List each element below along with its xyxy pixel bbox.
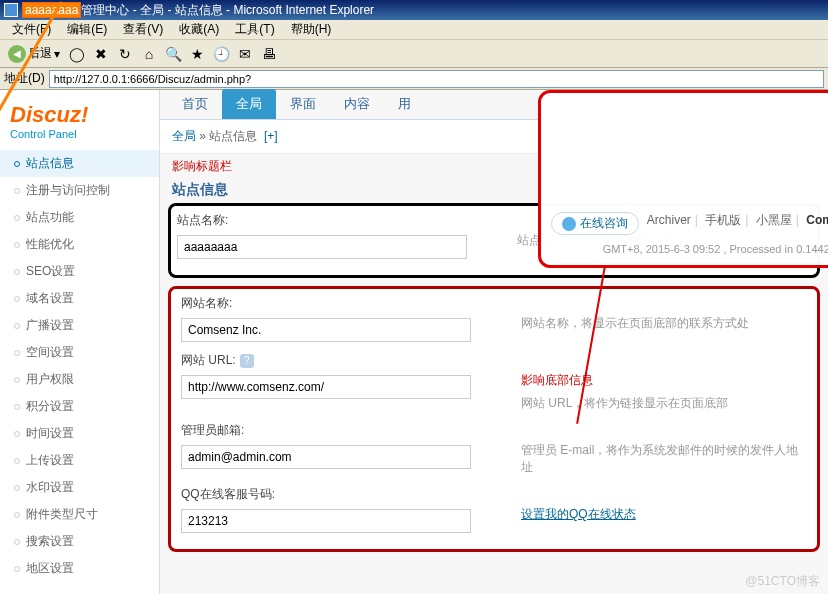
chat-button[interactable]: 在线咨询 [551,212,639,235]
bullet-icon [14,323,20,329]
sidebar: Discuz! Control Panel 站点信息注册与访问控制站点功能性能优… [0,90,160,594]
tab-content[interactable]: 内容 [330,89,384,119]
website-name-input[interactable] [181,318,471,342]
qq-status-link[interactable]: 设置我的QQ在线状态 [521,507,636,521]
website-name-label: 网站名称: [181,295,501,312]
tab-home[interactable]: 首页 [168,89,222,119]
chat-icon [562,217,576,231]
admin-email-desc: 管理员 E-mail，将作为系统发邮件的时候的发件人地址 [501,422,807,476]
bullet-icon [14,296,20,302]
sidebar-item-13[interactable]: 附件类型尺寸 [0,501,159,528]
mail-icon[interactable]: ✉ [234,43,256,65]
sidebar-item-8[interactable]: 用户权限 [0,366,159,393]
bullet-icon [14,188,20,194]
website-url-input[interactable] [181,375,471,399]
website-name-desc: 网站名称，将显示在页面底部的联系方式处 [501,295,807,342]
breadcrumb-plus[interactable]: [+] [264,129,278,143]
logo: Discuz! Control Panel [0,98,159,150]
address-input[interactable] [49,70,824,88]
tab-user[interactable]: 用 [384,89,425,119]
menu-file[interactable]: 文件(F) [4,21,59,38]
bullet-icon [14,458,20,464]
main-content: 首页 全局 界面 内容 用 全局 » 站点信息 [+] 影响标题栏 站点信息 站… [160,90,828,594]
breadcrumb-current: 站点信息 [209,129,257,143]
addressbar: 地址(D) [0,68,828,90]
bullet-icon [14,566,20,572]
bullet-icon [14,539,20,545]
watermark: @51CTO博客 [745,573,820,590]
breadcrumb-root[interactable]: 全局 [172,129,196,143]
sidebar-item-1[interactable]: 注册与访问控制 [0,177,159,204]
address-label: 地址(D) [4,70,45,87]
bullet-icon [14,161,20,167]
sidebar-item-3[interactable]: 性能优化 [0,231,159,258]
sidebar-item-0[interactable]: 站点信息 [0,150,159,177]
help-icon[interactable]: ? [240,354,254,368]
sidebar-item-10[interactable]: 时间设置 [0,420,159,447]
menu-view[interactable]: 查看(V) [115,21,171,38]
search-icon[interactable]: 🔍 [162,43,184,65]
sidebar-item-4[interactable]: SEO设置 [0,258,159,285]
footer-info-box: 网站名称: 网站名称，将显示在页面底部的联系方式处 网站 URL: ? 影响底部… [168,286,820,552]
history-icon[interactable]: 🕘 [210,43,232,65]
qq-input[interactable] [181,509,471,533]
menu-edit[interactable]: 编辑(E) [59,21,115,38]
sidebar-item-6[interactable]: 广播设置 [0,312,159,339]
site-name-label: 站点名称: [177,212,497,229]
footer-preview-overlay: 本版积分规则 ⊠ 在线咨询 Archiver| 手机版| 小黑屋| Comsen… [538,90,828,268]
sidebar-item-9[interactable]: 积分设置 [0,393,159,420]
dropdown-icon: ▾ [54,47,60,61]
toolbar: ◀ 后退 ▾ ◯ ✖ ↻ ⌂ 🔍 ★ 🕘 ✉ 🖶 [0,40,828,68]
sidebar-item-7[interactable]: 空间设置 [0,339,159,366]
preview-meta: GMT+8, 2015-6-3 09:52 , Processed in 0.1… [603,243,828,255]
tab-global[interactable]: 全局 [222,89,276,119]
title-text: 管理中心 - 全局 - 站点信息 - Microsoft Internet Ex… [81,2,374,19]
bullet-icon [14,242,20,248]
bullet-icon [14,512,20,518]
refresh-button[interactable]: ↻ [114,43,136,65]
qq-label: QQ在线客服号码: [181,486,501,503]
annotation-footer-effect: 影响底部信息 [521,372,807,389]
menu-tools[interactable]: 工具(T) [227,21,282,38]
back-icon: ◀ [8,45,26,63]
logo-brand: Discuz! [10,102,149,128]
menu-help[interactable]: 帮助(H) [283,21,340,38]
bullet-icon [14,485,20,491]
logo-sub: Control Panel [10,128,149,140]
sidebar-item-12[interactable]: 水印设置 [0,474,159,501]
tab-ui[interactable]: 界面 [276,89,330,119]
bullet-icon [14,215,20,221]
site-name-input[interactable] [177,235,467,259]
menubar: 文件(F) 编辑(E) 查看(V) 收藏(A) 工具(T) 帮助(H) [0,20,828,40]
bullet-icon [14,350,20,356]
print-icon[interactable]: 🖶 [258,43,280,65]
website-url-desc: 网站 URL，将作为链接显示在页面底部 [521,395,807,412]
sidebar-item-11[interactable]: 上传设置 [0,447,159,474]
window-titlebar: aaaaaaaa 管理中心 - 全局 - 站点信息 - Microsoft In… [0,0,828,20]
bullet-icon [14,431,20,437]
link-mobile[interactable]: 手机版 [705,213,741,227]
forward-button[interactable]: ◯ [66,43,88,65]
bullet-icon [14,404,20,410]
home-button[interactable]: ⌂ [138,43,160,65]
admin-email-input[interactable] [181,445,471,469]
sidebar-item-14[interactable]: 搜索设置 [0,528,159,555]
website-url-label: 网站 URL: ? [181,352,501,369]
menu-favorites[interactable]: 收藏(A) [171,21,227,38]
sidebar-item-2[interactable]: 站点功能 [0,204,159,231]
sidebar-item-15[interactable]: 地区设置 [0,555,159,582]
admin-email-label: 管理员邮箱: [181,422,501,439]
ie-icon [4,3,18,17]
stop-button[interactable]: ✖ [90,43,112,65]
bullet-icon [14,269,20,275]
favorites-icon[interactable]: ★ [186,43,208,65]
bullet-icon [14,377,20,383]
sidebar-item-5[interactable]: 域名设置 [0,285,159,312]
link-blackroom[interactable]: 小黑屋 [756,213,792,227]
link-archiver[interactable]: Archiver [647,213,691,227]
link-company[interactable]: Comsenz Inc. [806,213,828,227]
